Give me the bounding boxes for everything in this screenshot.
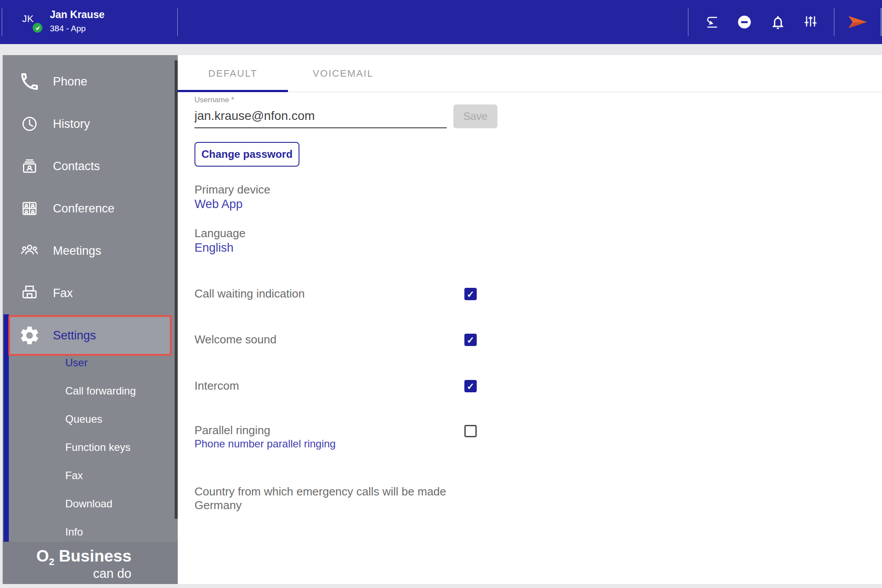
fax-printer-icon	[19, 282, 41, 304]
tune-sliders-icon	[802, 13, 819, 31]
brand-slogan: can do	[3, 566, 131, 581]
dnd-status-button[interactable]	[736, 13, 753, 31]
call-waiting-label: Call waiting indication	[194, 287, 305, 301]
save-button[interactable]: Save	[453, 104, 497, 128]
user-name: Jan Krause	[50, 9, 105, 21]
parallel-ringing-checkbox[interactable]	[464, 425, 477, 437]
topbar-divider	[688, 8, 688, 36]
sidebar: Phone History Contacts	[3, 55, 178, 584]
sidebar-subitem-fax[interactable]: Fax	[3, 461, 178, 490]
avatar-initials: JK	[22, 13, 34, 25]
change-password-button[interactable]: Change password	[194, 142, 299, 167]
contacts-card-icon	[19, 155, 41, 177]
audio-settings-button[interactable]	[802, 13, 819, 31]
settings-submenu: User Call forwarding Queues Function key…	[3, 349, 178, 546]
intercom-label: Intercom	[194, 379, 239, 393]
parallel-ringing-label: Parallel ringing	[194, 424, 270, 437]
primary-device-label: Primary device	[194, 183, 270, 197]
tab-strip: DEFAULT VOICEMAIL	[178, 55, 882, 92]
language-link[interactable]: English	[194, 241, 234, 255]
phone-icon	[19, 71, 41, 93]
meetings-people-icon	[19, 240, 41, 262]
main-panel: DEFAULT VOICEMAIL Username * Save Change…	[178, 55, 882, 584]
topbar-divider	[177, 8, 178, 36]
username-label: Username *	[194, 96, 234, 104]
settings-form: Username * Save Change password Primary …	[178, 92, 882, 584]
sidebar-scrollbar[interactable]	[175, 60, 178, 519]
topbar-divider	[881, 8, 882, 36]
tab-default[interactable]: DEFAULT	[178, 55, 288, 92]
tab-voicemail[interactable]: VOICEMAIL	[288, 55, 398, 92]
language-label: Language	[194, 227, 246, 240]
call-pull-button[interactable]	[703, 13, 720, 31]
welcome-sound-checkbox[interactable]	[464, 334, 477, 346]
brand-footer: O2 Business can do	[3, 542, 178, 584]
sidebar-item-meetings[interactable]: Meetings	[3, 230, 178, 272]
notifications-icon	[769, 15, 787, 30]
sidebar-nav: Phone History Contacts	[3, 60, 178, 357]
username-input[interactable]	[194, 104, 447, 128]
sidebar-item-phone[interactable]: Phone	[3, 60, 178, 103]
sidebar-subitem-download[interactable]: Download	[3, 490, 178, 518]
call-waiting-checkbox[interactable]	[464, 288, 477, 300]
online-status-icon	[33, 23, 42, 33]
call-pull-icon	[703, 13, 720, 31]
brand-arrow-logo-icon	[848, 15, 868, 30]
sidebar-item-conference[interactable]: Conference	[3, 187, 178, 230]
welcome-sound-label: Welcome sound	[194, 333, 277, 346]
topbar-divider	[834, 8, 834, 36]
sidebar-item-contacts[interactable]: Contacts	[3, 145, 178, 187]
settings-gear-icon	[19, 324, 41, 346]
sidebar-subitem-function-keys[interactable]: Function keys	[3, 433, 178, 461]
parallel-ringing-link[interactable]: Phone number parallel ringing	[194, 438, 336, 450]
intercom-checkbox[interactable]	[464, 380, 477, 392]
dnd-status-icon	[736, 13, 753, 31]
emergency-country-label: Country from which emergency calls will …	[194, 485, 446, 499]
topbar: JK Jan Krause 384 - App	[0, 0, 882, 44]
sidebar-item-history[interactable]: History	[3, 103, 178, 145]
sidebar-subitem-user[interactable]: User	[3, 349, 178, 377]
topbar-divider	[2, 8, 2, 36]
o2-business-logo: O2 Business	[3, 547, 131, 568]
sidebar-item-fax[interactable]: Fax	[3, 272, 178, 314]
emergency-country-value: Germany	[194, 499, 242, 512]
sidebar-subitem-call-forwarding[interactable]: Call forwarding	[3, 377, 178, 405]
conference-grid-icon	[19, 197, 41, 220]
history-clock-icon	[19, 113, 41, 135]
notifications-button[interactable]	[769, 14, 787, 31]
user-extension: 384 - App	[50, 24, 86, 33]
sidebar-subitem-queues[interactable]: Queues	[3, 405, 178, 433]
primary-device-link[interactable]: Web App	[194, 197, 243, 211]
avatar[interactable]: JK	[19, 10, 48, 35]
